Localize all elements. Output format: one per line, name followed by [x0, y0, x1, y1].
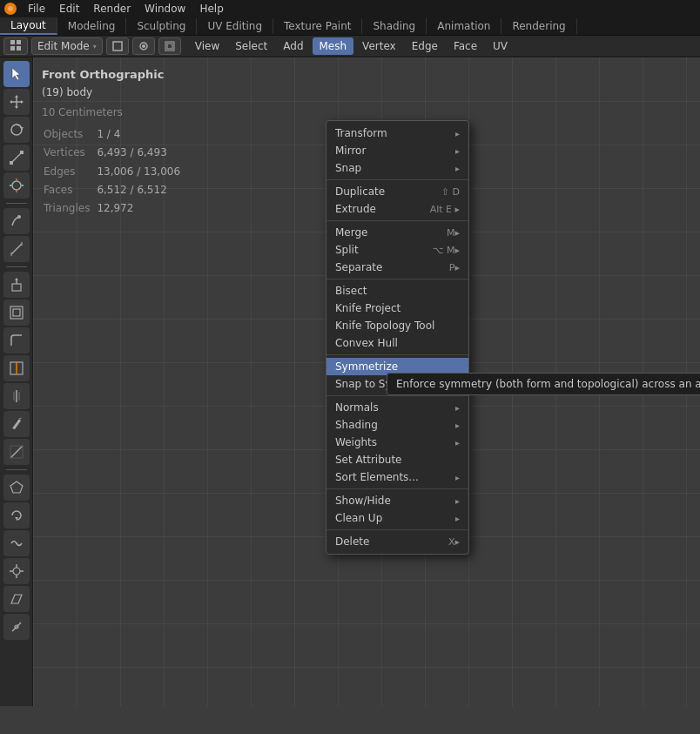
tab-texture-paint[interactable]: Texture Paint	[273, 18, 362, 34]
edit-mode-dropdown[interactable]: Edit Mode ▾	[31, 37, 103, 55]
menu-shortcut-merge: M▸	[447, 227, 460, 239]
xray-btn[interactable]	[158, 37, 181, 55]
svg-line-42	[19, 418, 22, 419]
menu-item-label-delete: Delete	[335, 535, 369, 548]
menu-item-label-transform: Transform	[335, 127, 387, 139]
tab-modeling[interactable]: Modeling	[57, 18, 127, 34]
tool-spin[interactable]	[3, 502, 30, 529]
menu-item-delete[interactable]: DeleteX▸	[326, 533, 468, 550]
workspace-tabs: Layout Modeling Sculpting UV Editing Tex…	[0, 17, 700, 35]
stats-table: Objects 1 / 4 Vertices 6,493 / 6,493 Edg…	[42, 125, 187, 219]
menu-item-label-snap-symmetry: Snap to Symmetry	[335, 378, 433, 390]
menu-item-mirror[interactable]: Mirror▸	[326, 142, 468, 159]
tool-move[interactable]	[3, 89, 30, 115]
svg-point-47	[13, 568, 20, 575]
menu-render[interactable]: Render	[86, 1, 138, 17]
viewport-shading-btn[interactable]	[106, 37, 129, 55]
menu-help[interactable]: Help	[192, 1, 230, 17]
menu-item-transform[interactable]: Transform▸	[326, 125, 468, 142]
editor-type-btn[interactable]	[3, 37, 28, 55]
viewport[interactable]: Front Orthographic (19) body 10 Centimet…	[33, 57, 700, 706]
menu-file[interactable]: File	[21, 1, 52, 17]
tool-extrude[interactable]	[3, 272, 30, 298]
header-tab-add[interactable]: Add	[276, 37, 310, 55]
svg-marker-16	[21, 100, 24, 104]
tool-offset-edge[interactable]	[3, 383, 30, 409]
tool-transform[interactable]	[3, 172, 30, 199]
menu-shortcut-split: ⌥ M▸	[433, 245, 460, 256]
view-name: Front Orthographic	[42, 66, 187, 84]
stat-triangles: Triangles 12,972	[44, 200, 185, 217]
tab-animation[interactable]: Animation	[427, 18, 501, 34]
header-tab-edge[interactable]: Edge	[405, 37, 445, 55]
tool-poly-build[interactable]	[3, 475, 30, 501]
svg-marker-15	[10, 100, 12, 104]
menu-item-snap[interactable]: Snap▸	[326, 159, 468, 177]
header-tab-select[interactable]: Select	[228, 37, 274, 55]
menu-item-split[interactable]: Split⌥ M▸	[326, 241, 468, 259]
header-tab-view[interactable]: View	[188, 37, 226, 55]
menu-item-snap-symmetry[interactable]: Snap to Symmetry	[326, 375, 468, 393]
tool-inset[interactable]	[3, 300, 30, 326]
menu-separator	[326, 395, 468, 396]
menu-item-merge[interactable]: MergeM▸	[326, 224, 468, 241]
triangles-value: 12,972	[97, 200, 185, 217]
menu-item-separate[interactable]: SeparateP▸	[326, 259, 468, 276]
menu-item-show-hide[interactable]: Show/Hide▸	[326, 492, 468, 509]
menu-arrow-snap: ▸	[455, 164, 460, 173]
menu-item-convex-hull[interactable]: Convex Hull	[326, 334, 468, 352]
editor-mode-row: Edit Mode ▾ View Select Add Mesh Vertex …	[0, 35, 700, 57]
tool-bevel[interactable]	[3, 327, 30, 354]
tool-cursor[interactable]	[3, 61, 30, 87]
objects-label: Objects	[44, 126, 95, 143]
header-tab-vertex[interactable]: Vertex	[355, 37, 403, 55]
header-menu: File Edit Render Window Help	[21, 1, 231, 17]
header-tab-face[interactable]: Face	[447, 37, 484, 55]
menu-item-knife-project[interactable]: Knife Project	[326, 300, 468, 317]
stat-edges: Edges 13,006 / 13,006	[44, 164, 185, 180]
tool-knife[interactable]	[3, 411, 30, 437]
left-toolbar	[0, 57, 33, 706]
svg-point-8	[142, 44, 145, 48]
menu-item-clean-up[interactable]: Clean Up▸	[326, 509, 468, 527]
tool-scale[interactable]	[3, 145, 30, 171]
menu-arrow-weights: ▸	[455, 438, 460, 448]
faces-label: Faces	[44, 182, 95, 199]
overlay-btn[interactable]	[132, 37, 155, 55]
svg-marker-34	[15, 278, 18, 280]
menu-item-sort-elements[interactable]: Sort Elements...▸	[326, 468, 468, 486]
tool-annotate[interactable]	[3, 208, 30, 234]
menu-item-symmetrize[interactable]: Symmetrize	[326, 358, 468, 375]
tool-rotate[interactable]	[3, 117, 30, 143]
header-tab-mesh[interactable]: Mesh	[313, 37, 354, 55]
menu-item-normals[interactable]: Normals▸	[326, 399, 468, 416]
editor-type-icon	[10, 39, 22, 54]
menu-item-label-normals: Normals	[335, 401, 379, 414]
tool-smooth[interactable]	[3, 530, 30, 556]
menu-item-shading[interactable]: Shading▸	[326, 416, 468, 434]
menu-item-bisect[interactable]: Bisect	[326, 282, 468, 300]
edges-value: 13,006 / 13,006	[97, 164, 185, 180]
tab-layout[interactable]: Layout	[0, 17, 57, 35]
tool-rip[interactable]	[3, 614, 30, 640]
menu-item-knife-topology[interactable]: Knife Topology Tool	[326, 317, 468, 334]
tab-shading[interactable]: Shading	[362, 18, 427, 34]
tool-loop-cut[interactable]	[3, 355, 30, 381]
header-tab-uv[interactable]: UV	[486, 37, 515, 55]
tool-shrink-fatten[interactable]	[3, 558, 30, 584]
menu-item-weights[interactable]: Weights▸	[326, 434, 468, 451]
tab-uv-editing[interactable]: UV Editing	[197, 18, 273, 34]
tool-shear[interactable]	[3, 586, 30, 612]
menu-shortcut-separate: P▸	[449, 262, 460, 273]
menu-item-set-attribute[interactable]: Set Attribute	[326, 451, 468, 468]
menu-window[interactable]: Window	[138, 1, 192, 17]
menu-item-duplicate[interactable]: Duplicate⇧ D	[326, 183, 468, 200]
menu-edit[interactable]: Edit	[52, 1, 86, 17]
tool-measure[interactable]	[3, 236, 30, 262]
tab-rendering[interactable]: Rendering	[501, 18, 576, 34]
menu-item-extrude[interactable]: ExtrudeAlt E ▸	[326, 200, 468, 218]
mesh-header-tabs: View Select Add Mesh Vertex Edge Face UV	[188, 37, 515, 55]
tab-sculpting[interactable]: Sculpting	[126, 18, 197, 34]
tool-bisect[interactable]	[3, 439, 30, 465]
menu-separator	[326, 354, 468, 355]
